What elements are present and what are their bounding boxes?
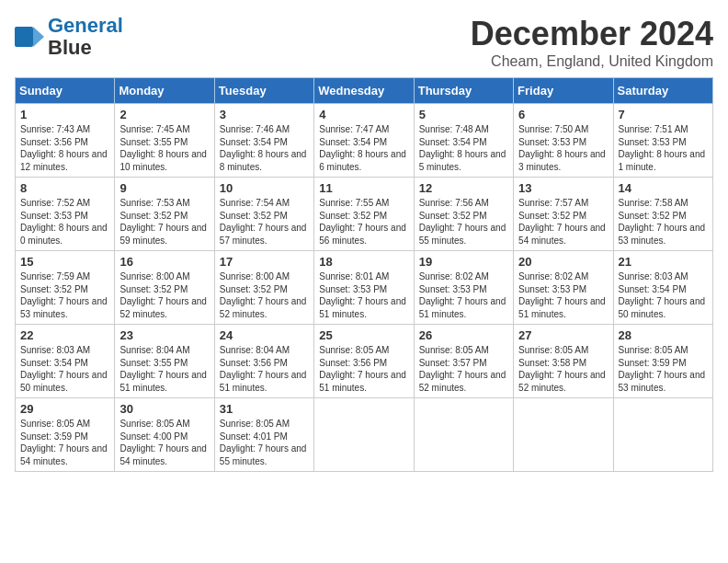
week-row-2: 8Sunrise: 7:52 AMSunset: 3:53 PMDaylight… [16,178,713,251]
day-info: Sunrise: 8:05 AMSunset: 4:00 PMDaylight:… [119,418,209,467]
location: Cheam, England, United Kingdom [471,53,713,70]
day-cell: 19Sunrise: 8:02 AMSunset: 3:53 PMDayligh… [414,251,513,325]
day-info: Sunrise: 7:46 AMSunset: 3:54 PMDaylight:… [220,123,309,173]
col-header-wednesday: Wednesday [314,78,414,104]
day-cell: 24Sunrise: 8:04 AMSunset: 3:56 PMDayligh… [214,325,313,398]
day-number: 29 [20,402,109,416]
day-cell: 13Sunrise: 7:57 AMSunset: 3:52 PMDayligh… [514,178,613,251]
day-cell: 31Sunrise: 8:05 AMSunset: 4:01 PMDayligh… [214,398,313,472]
day-info: Sunrise: 7:55 AMSunset: 3:52 PMDaylight:… [319,197,408,247]
week-row-3: 15Sunrise: 7:59 AMSunset: 3:52 PMDayligh… [16,251,713,325]
day-info: Sunrise: 8:01 AMSunset: 3:53 PMDaylight:… [319,270,408,320]
day-cell: 20Sunrise: 8:02 AMSunset: 3:53 PMDayligh… [514,251,613,325]
day-cell: 18Sunrise: 8:01 AMSunset: 3:53 PMDayligh… [314,251,414,325]
day-number: 17 [220,255,309,269]
day-number: 1 [20,108,109,121]
day-cell: 8Sunrise: 7:52 AMSunset: 3:53 PMDaylight… [16,178,115,251]
day-info: Sunrise: 8:05 AMSunset: 4:01 PMDaylight:… [220,418,309,467]
day-cell: 26Sunrise: 8:05 AMSunset: 3:57 PMDayligh… [414,325,513,398]
day-info: Sunrise: 7:52 AMSunset: 3:53 PMDaylight:… [20,197,109,247]
day-cell [613,398,712,472]
day-info: Sunrise: 8:02 AMSunset: 3:53 PMDaylight:… [518,270,608,320]
day-info: Sunrise: 8:05 AMSunset: 3:57 PMDaylight:… [419,344,508,394]
day-cell: 7Sunrise: 7:51 AMSunset: 3:53 PMDaylight… [613,104,712,178]
header-row: SundayMondayTuesdayWednesdayThursdayFrid… [16,78,713,104]
day-number: 22 [20,328,109,342]
day-number: 5 [419,108,508,121]
day-number: 27 [518,328,608,342]
day-cell [314,398,414,472]
day-number: 7 [619,108,708,121]
day-info: Sunrise: 8:04 AMSunset: 3:56 PMDaylight:… [220,344,309,394]
col-header-saturday: Saturday [613,78,712,104]
day-number: 4 [319,108,408,121]
day-cell: 3Sunrise: 7:46 AMSunset: 3:54 PMDaylight… [214,104,313,178]
week-row-1: 1Sunrise: 7:43 AMSunset: 3:56 PMDaylight… [16,104,713,178]
col-header-thursday: Thursday [414,78,513,104]
day-info: Sunrise: 7:48 AMSunset: 3:54 PMDaylight:… [419,123,508,173]
day-cell: 17Sunrise: 8:00 AMSunset: 3:52 PMDayligh… [214,251,313,325]
day-number: 21 [619,255,708,269]
day-info: Sunrise: 8:05 AMSunset: 3:59 PMDaylight:… [619,344,708,394]
day-number: 31 [220,402,309,416]
day-number: 28 [619,328,708,342]
day-info: Sunrise: 7:58 AMSunset: 3:52 PMDaylight:… [619,197,708,247]
day-number: 9 [119,181,209,195]
day-cell: 2Sunrise: 7:45 AMSunset: 3:55 PMDaylight… [115,104,214,178]
day-info: Sunrise: 8:05 AMSunset: 3:59 PMDaylight:… [20,418,109,467]
day-number: 12 [419,181,508,195]
day-number: 8 [20,181,109,195]
calendar-table: SundayMondayTuesdayWednesdayThursdayFrid… [15,77,713,472]
day-number: 15 [20,255,109,269]
day-info: Sunrise: 7:50 AMSunset: 3:53 PMDaylight:… [518,123,608,173]
day-info: Sunrise: 7:53 AMSunset: 3:52 PMDaylight:… [119,197,209,247]
day-info: Sunrise: 7:43 AMSunset: 3:56 PMDaylight:… [20,123,109,173]
day-info: Sunrise: 8:03 AMSunset: 3:54 PMDaylight:… [20,344,109,394]
day-number: 18 [319,255,408,269]
logo: General Blue [15,15,123,59]
month-title: December 2024 [471,15,713,53]
day-number: 10 [220,181,309,195]
day-info: Sunrise: 7:57 AMSunset: 3:52 PMDaylight:… [518,197,608,247]
day-number: 26 [419,328,508,342]
day-cell: 6Sunrise: 7:50 AMSunset: 3:53 PMDaylight… [514,104,613,178]
svg-marker-1 [33,27,44,47]
day-info: Sunrise: 8:02 AMSunset: 3:53 PMDaylight:… [419,270,508,320]
day-number: 20 [518,255,608,269]
day-cell: 11Sunrise: 7:55 AMSunset: 3:52 PMDayligh… [314,178,414,251]
day-info: Sunrise: 7:56 AMSunset: 3:52 PMDaylight:… [419,197,508,247]
week-row-5: 29Sunrise: 8:05 AMSunset: 3:59 PMDayligh… [16,398,713,472]
day-info: Sunrise: 8:05 AMSunset: 3:58 PMDaylight:… [518,344,608,394]
day-info: Sunrise: 8:04 AMSunset: 3:55 PMDaylight:… [119,344,209,394]
col-header-monday: Monday [115,78,214,104]
day-info: Sunrise: 7:47 AMSunset: 3:54 PMDaylight:… [319,123,408,173]
day-cell [514,398,613,472]
day-number: 16 [119,255,209,269]
day-cell: 14Sunrise: 7:58 AMSunset: 3:52 PMDayligh… [613,178,712,251]
col-header-friday: Friday [514,78,613,104]
day-info: Sunrise: 7:54 AMSunset: 3:52 PMDaylight:… [220,197,309,247]
svg-rect-0 [15,27,33,47]
day-number: 14 [619,181,708,195]
week-row-4: 22Sunrise: 8:03 AMSunset: 3:54 PMDayligh… [16,325,713,398]
day-info: Sunrise: 8:05 AMSunset: 3:56 PMDaylight:… [319,344,408,394]
day-cell: 1Sunrise: 7:43 AMSunset: 3:56 PMDaylight… [16,104,115,178]
day-cell: 29Sunrise: 8:05 AMSunset: 3:59 PMDayligh… [16,398,115,472]
day-cell: 12Sunrise: 7:56 AMSunset: 3:52 PMDayligh… [414,178,513,251]
day-number: 24 [220,328,309,342]
day-info: Sunrise: 8:00 AMSunset: 3:52 PMDaylight:… [220,270,309,320]
day-cell: 16Sunrise: 8:00 AMSunset: 3:52 PMDayligh… [115,251,214,325]
col-header-sunday: Sunday [16,78,115,104]
page-header: General Blue December 2024 Cheam, Englan… [15,15,713,70]
day-number: 25 [319,328,408,342]
day-cell: 25Sunrise: 8:05 AMSunset: 3:56 PMDayligh… [314,325,414,398]
day-info: Sunrise: 7:45 AMSunset: 3:55 PMDaylight:… [119,123,209,173]
day-cell: 9Sunrise: 7:53 AMSunset: 3:52 PMDaylight… [115,178,214,251]
logo-icon [15,27,44,47]
day-cell: 4Sunrise: 7:47 AMSunset: 3:54 PMDaylight… [314,104,414,178]
day-number: 2 [119,108,209,121]
day-cell: 28Sunrise: 8:05 AMSunset: 3:59 PMDayligh… [613,325,712,398]
day-info: Sunrise: 7:51 AMSunset: 3:53 PMDaylight:… [619,123,708,173]
day-cell [414,398,513,472]
day-cell: 30Sunrise: 8:05 AMSunset: 4:00 PMDayligh… [115,398,214,472]
